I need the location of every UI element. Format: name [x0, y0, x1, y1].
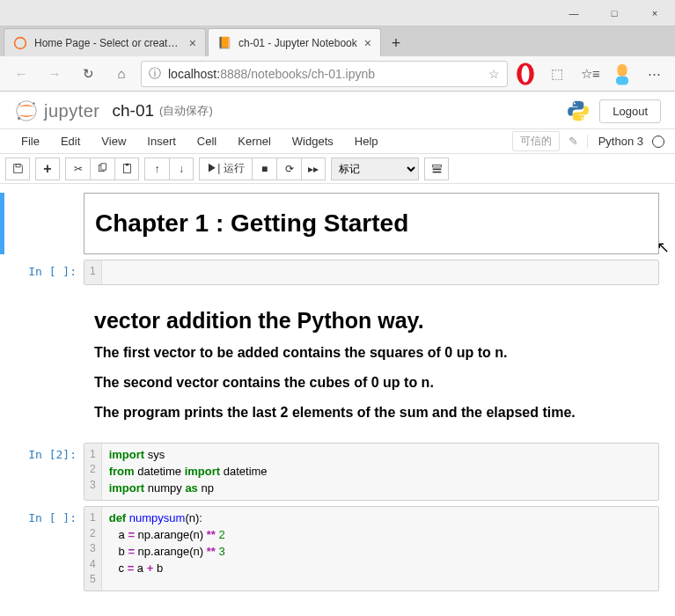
menu-edit[interactable]: Edit [50, 135, 91, 148]
code-cell[interactable]: In [ ]: 1 [0, 260, 659, 285]
profile-avatar-icon[interactable] [610, 62, 635, 86]
code-cell[interactable]: In [2]: 123 import sys from datetime imp… [0, 443, 659, 502]
jupyter-toolbar: + ✂ ↑ ↓ ▶| 运行 ■ ⟳ ▸▸ 标记 [0, 154, 675, 184]
menu-view[interactable]: View [91, 135, 136, 148]
run-button[interactable]: ▶| 运行 [199, 158, 252, 180]
restart-button[interactable]: ⟳ [276, 158, 301, 180]
kernel-name[interactable]: Python 3 [587, 135, 643, 148]
tab-close-icon[interactable]: × [189, 36, 196, 50]
cell-prompt [0, 193, 84, 254]
jupyter-menubar: File Edit View Insert Cell Kernel Widget… [0, 129, 675, 154]
jupyter-brand-text: jupyter [44, 101, 100, 121]
command-palette-button[interactable] [424, 158, 449, 180]
window-titlebar: — □ × [0, 0, 675, 26]
copy-button[interactable] [90, 158, 114, 180]
browser-tab-notebook[interactable]: 📙 ch-01 - Jupyter Notebook × [208, 28, 381, 56]
paragraph: The program prints the last 2 elements o… [94, 402, 649, 423]
svg-point-9 [574, 103, 576, 105]
menu-cell[interactable]: Cell [187, 135, 227, 148]
browser-tab-home[interactable]: Home Page - Select or create a n × [4, 28, 206, 56]
svg-point-0 [15, 37, 26, 48]
window-minimize-button[interactable]: — [554, 0, 594, 26]
favorites-button[interactable]: ☆≡ [576, 60, 605, 88]
cell-prompt [0, 290, 84, 437]
tab-title: Home Page - Select or create a n [34, 37, 182, 49]
python-logo-icon [566, 99, 591, 123]
logout-button[interactable]: Logout [599, 99, 661, 123]
kernel-status-icon [652, 136, 664, 148]
jupyter-logo-icon [14, 99, 39, 123]
svg-rect-4 [616, 76, 628, 84]
line-gutter: 1 [84, 260, 102, 284]
menu-kernel[interactable]: Kernel [227, 135, 282, 148]
markdown-cell[interactable]: Chapter 1 : Getting Started [0, 193, 659, 254]
nav-home-button[interactable]: ⌂ [107, 60, 136, 88]
menu-widgets[interactable]: Widgets [282, 135, 344, 148]
code-text[interactable] [102, 260, 120, 284]
line-gutter: 12345 [84, 507, 102, 590]
menu-button[interactable]: ⋯ [640, 60, 668, 88]
code-cell[interactable]: In [ ]: 12345 def numpysum(n): a = np.ar… [0, 506, 659, 591]
jupyter-logo[interactable]: jupyter [14, 99, 100, 123]
notebook-name[interactable]: ch-01 [113, 101, 155, 121]
notebook-scroll-area[interactable]: Chapter 1 : Getting Started In [ ]: 1 ve… [0, 184, 675, 610]
nav-forward-button[interactable]: → [40, 60, 69, 88]
cut-button[interactable]: ✂ [65, 158, 90, 180]
paragraph: The first vector to be added contains th… [94, 342, 649, 363]
svg-point-8 [18, 103, 20, 105]
svg-rect-15 [125, 164, 128, 165]
nav-back-button[interactable]: ← [7, 60, 35, 88]
svg-point-6 [33, 102, 35, 105]
code-editor[interactable]: 12345 def numpysum(n): a = np.arange(n) … [84, 506, 659, 591]
heading-h1: Chapter 1 : Getting Started [95, 209, 648, 238]
window-maximize-button[interactable]: □ [594, 0, 635, 26]
svg-rect-11 [16, 165, 20, 167]
move-up-button[interactable]: ↑ [144, 158, 169, 180]
paragraph: The second vector contains the cubes of … [94, 372, 649, 393]
markdown-cell[interactable]: vector addition the Python way. The firs… [0, 290, 659, 437]
menu-file[interactable]: File [11, 135, 50, 148]
paste-button[interactable] [114, 158, 139, 180]
notebook-container: Chapter 1 : Getting Started In [ ]: 1 ve… [0, 184, 675, 610]
browser-tabstrip: Home Page - Select or create a n × 📙 ch-… [0, 26, 675, 56]
nav-refresh-button[interactable]: ↻ [74, 60, 102, 88]
url-input[interactable]: ⓘ localhost:8888/notebooks/ch-01.ipynb ☆ [141, 61, 508, 87]
svg-rect-3 [617, 63, 627, 76]
svg-rect-18 [432, 172, 441, 173]
menu-help[interactable]: Help [344, 135, 389, 148]
cell-prompt: In [ ]: [0, 506, 84, 591]
browser-address-bar: ← → ↻ ⌂ ⓘ localhost:8888/notebooks/ch-01… [0, 56, 675, 92]
cell-type-select[interactable]: 标记 [331, 158, 419, 180]
window-close-button[interactable]: × [635, 0, 675, 26]
heading-h2: vector addition the Python way. [94, 308, 649, 334]
jupyter-favicon-icon [13, 36, 27, 50]
svg-rect-13 [101, 164, 106, 170]
extension-slot-icon[interactable]: ⬚ [543, 60, 571, 88]
tab-close-icon[interactable]: × [364, 36, 371, 50]
notebook-favicon-icon: 📙 [217, 36, 231, 50]
svg-point-7 [18, 117, 21, 121]
menu-insert[interactable]: Insert [136, 135, 187, 148]
line-gutter: 123 [84, 444, 102, 501]
site-info-icon[interactable]: ⓘ [149, 66, 161, 82]
svg-point-2 [522, 65, 530, 83]
move-down-button[interactable]: ↓ [169, 158, 194, 180]
cell-prompt: In [2]: [0, 443, 84, 502]
trusted-indicator[interactable]: 可信的 [512, 131, 560, 151]
code-editor[interactable]: 1 [84, 260, 659, 285]
code-text[interactable]: import sys from datetime import datetime… [102, 444, 275, 501]
svg-point-10 [581, 117, 583, 119]
extension-opera-icon[interactable] [513, 62, 538, 86]
save-button[interactable] [5, 158, 30, 180]
svg-rect-16 [432, 165, 441, 166]
svg-rect-17 [432, 169, 441, 171]
new-tab-button[interactable]: + [383, 30, 409, 56]
restart-run-all-button[interactable]: ▸▸ [301, 158, 326, 180]
code-editor[interactable]: 123 import sys from datetime import date… [84, 443, 659, 502]
tab-title: ch-01 - Jupyter Notebook [238, 37, 357, 49]
favorite-icon[interactable]: ☆ [488, 67, 500, 81]
code-text[interactable]: def numpysum(n): a = np.arange(n) ** 2 b… [102, 507, 232, 590]
interrupt-button[interactable]: ■ [252, 158, 276, 180]
url-text: localhost:8888/notebooks/ch-01.ipynb [168, 67, 375, 81]
add-cell-button[interactable]: + [35, 158, 60, 180]
